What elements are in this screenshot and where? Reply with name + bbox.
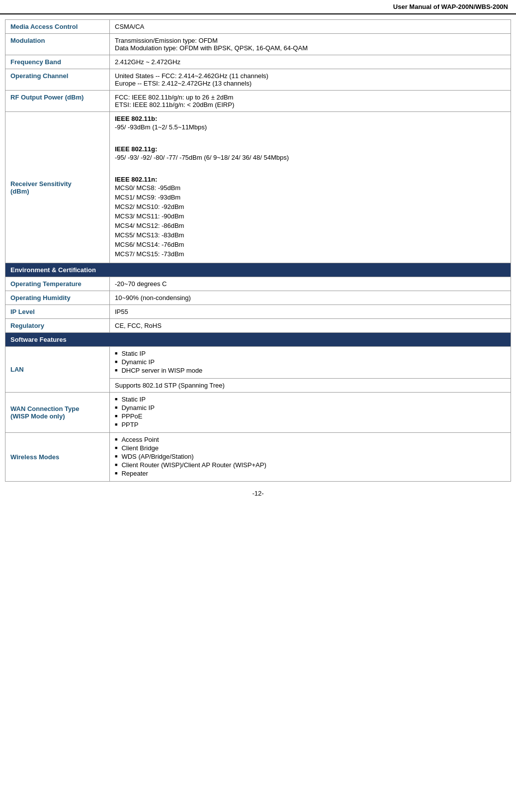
sensitivity-content: IEEE 802.11b: -95/ -93dBm (1~2/ 5.5~11Mb…	[115, 115, 506, 258]
spec-table: Media Access Control CSMA/CA Modulation …	[5, 19, 511, 482]
sensitivity-value: MCS1/ MCS9: -93dBm	[115, 194, 506, 201]
sensitivity-section-title: IEEE 802.11g:	[115, 145, 506, 153]
table-row: Modulation Transmission/Emission type: O…	[5, 34, 511, 55]
row-label: Regulatory	[5, 319, 110, 333]
table-row: Operating Temperature -20~70 degrees C	[5, 277, 511, 291]
row-value: CSMA/CA	[110, 20, 511, 34]
row-value: IP55	[110, 305, 511, 319]
row-value: Static IP Dynamic IP PPPoE PPTP	[110, 393, 511, 433]
lan-bullet-list: Static IP Dynamic IP DHCP server in WISP…	[115, 350, 506, 374]
sensitivity-section-title: IEEE 802.11n:	[115, 176, 506, 183]
table-row: LAN Static IP Dynamic IP DHCP server in …	[5, 347, 511, 379]
list-item: Client Router (WISP)/Client AP Router (W…	[115, 461, 506, 469]
list-item: DHCP server in WISP mode	[115, 367, 506, 374]
sensitivity-section-title: IEEE 802.11b:	[115, 115, 506, 122]
row-label: Operating Temperature	[5, 277, 110, 291]
section-header-env: Environment & Certification	[5, 263, 511, 277]
row-value: Access Point Client Bridge WDS (AP/Bridg…	[110, 433, 511, 482]
section-header-software: Software Features	[5, 333, 511, 347]
list-item: PPTP	[115, 421, 506, 428]
row-value: 10~90% (non-condensing)	[110, 291, 511, 305]
table-row: Regulatory CE, FCC, RoHS	[5, 319, 511, 333]
row-value: 2.412GHz ~ 2.472GHz	[110, 55, 511, 69]
row-label: Receiver Sensitivity(dBm)	[5, 112, 110, 263]
page-number: -12-	[252, 490, 263, 497]
list-item: Client Bridge	[115, 444, 506, 452]
sensitivity-value: -95/ -93dBm (1~2/ 5.5~11Mbps)	[115, 123, 506, 131]
row-label: IP Level	[5, 305, 110, 319]
section-header-label: Software Features	[5, 333, 511, 347]
row-value: Supports 802.1d STP (Spanning Tree)	[110, 379, 511, 393]
row-label: Operating Channel	[5, 69, 110, 91]
sensitivity-value: MCS7/ MCS15: -73dBm	[115, 250, 506, 258]
table-row: Operating Channel United States -- FCC: …	[5, 69, 511, 91]
list-item: Dynamic IP	[115, 404, 506, 411]
table-row: RF Output Power (dBm) FCC: IEEE 802.11b/…	[5, 91, 511, 112]
list-item: Static IP	[115, 350, 506, 357]
sensitivity-value: MCS4/ MCS12: -86dBm	[115, 222, 506, 229]
row-value: Static IP Dynamic IP DHCP server in WISP…	[110, 347, 511, 379]
table-row: Receiver Sensitivity(dBm) IEEE 802.11b: …	[5, 112, 511, 263]
table-row: Frequency Band 2.412GHz ~ 2.472GHz	[5, 55, 511, 69]
table-row: WAN Connection Type(WISP Mode only) Stat…	[5, 393, 511, 433]
row-value: Transmission/Emission type: OFDM Data Mo…	[110, 34, 511, 55]
sensitivity-value: MCS6/ MCS14: -76dBm	[115, 241, 506, 248]
row-value: FCC: IEEE 802.11b/g/n: up to 26 ± 2dBm E…	[110, 91, 511, 112]
row-value: United States -- FCC: 2.414~2.462GHz (11…	[110, 69, 511, 91]
sensitivity-value: MCS5/ MCS13: -83dBm	[115, 231, 506, 239]
wireless-modes-list: Access Point Client Bridge WDS (AP/Bridg…	[115, 436, 506, 477]
table-row: Media Access Control CSMA/CA	[5, 20, 511, 34]
page-footer: -12-	[0, 490, 516, 497]
row-label: WAN Connection Type(WISP Mode only)	[5, 393, 110, 433]
list-item: Dynamic IP	[115, 358, 506, 366]
list-item: WDS (AP/Bridge/Station)	[115, 453, 506, 460]
row-label: RF Output Power (dBm)	[5, 91, 110, 112]
row-value: CE, FCC, RoHS	[110, 319, 511, 333]
section-header-label: Environment & Certification	[5, 263, 511, 277]
row-value: IEEE 802.11b: -95/ -93dBm (1~2/ 5.5~11Mb…	[110, 112, 511, 263]
sensitivity-value: MCS3/ MCS11: -90dBm	[115, 212, 506, 220]
table-row: Wireless Modes Access Point Client Bridg…	[5, 433, 511, 482]
table-row: Operating Humidity 10~90% (non-condensin…	[5, 291, 511, 305]
sensitivity-value: -95/ -93/ -92/ -80/ -77/ -75dBm (6/ 9~18…	[115, 154, 506, 161]
sensitivity-value: MCS2/ MCS10: -92dBm	[115, 203, 506, 210]
row-label: Wireless Modes	[5, 433, 110, 482]
table-row: IP Level IP55	[5, 305, 511, 319]
sensitivity-value: MCS0/ MCS8: -95dBm	[115, 184, 506, 192]
row-label: Media Access Control	[5, 20, 110, 34]
list-item: Access Point	[115, 436, 506, 443]
row-label: Operating Humidity	[5, 291, 110, 305]
list-item: PPPoE	[115, 412, 506, 420]
header-title: User Manual of WAP-200N/WBS-200N	[393, 3, 508, 10]
page-header: User Manual of WAP-200N/WBS-200N	[0, 0, 516, 14]
row-label: LAN	[5, 347, 110, 393]
row-label: Modulation	[5, 34, 110, 55]
wan-bullet-list: Static IP Dynamic IP PPPoE PPTP	[115, 396, 506, 428]
row-label: Frequency Band	[5, 55, 110, 69]
list-item: Repeater	[115, 470, 506, 477]
row-value: -20~70 degrees C	[110, 277, 511, 291]
list-item: Static IP	[115, 396, 506, 403]
